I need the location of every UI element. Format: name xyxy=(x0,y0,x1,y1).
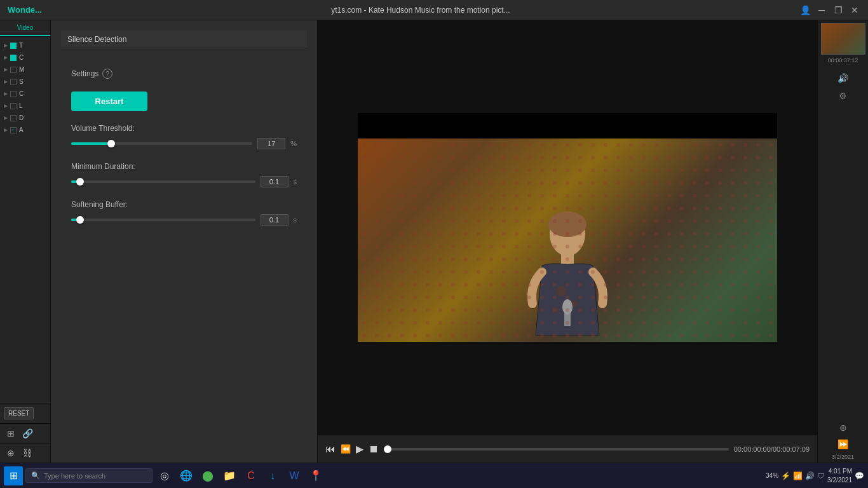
stop-button[interactable]: ⏹ xyxy=(369,444,379,455)
track-checkbox-T[interactable] xyxy=(10,43,17,49)
track-item-M[interactable]: ▶ M xyxy=(0,64,50,76)
track-checkbox-L[interactable] xyxy=(10,103,17,109)
video-frame xyxy=(358,113,777,342)
battery-percent: 34% xyxy=(766,472,778,479)
network-icon: ⚡ xyxy=(781,471,790,480)
bg-pattern xyxy=(358,139,777,342)
progress-thumb[interactable] xyxy=(384,445,391,453)
track-label-S: S xyxy=(19,78,24,85)
min-duration-value[interactable]: 0.1 xyxy=(261,176,288,187)
system-clock[interactable]: 4:01 PM 3/2/2021 xyxy=(827,467,852,485)
taskbar-app-cortana[interactable]: ◎ xyxy=(155,466,174,485)
track-item-C[interactable]: ▶ C xyxy=(0,51,50,64)
close-button[interactable]: ✕ xyxy=(849,4,860,16)
right-add-icon[interactable]: ⊕ xyxy=(834,421,852,435)
softening-buffer-label: Softening Buffer: xyxy=(71,200,297,209)
right-volume-icon[interactable]: 🔊 xyxy=(834,71,852,85)
window-controls: 👤 ─ ❐ ✕ xyxy=(799,4,860,16)
volume-slider-thumb[interactable] xyxy=(107,140,115,147)
track-item-S[interactable]: ▶ S xyxy=(0,76,50,88)
right-thumbnail xyxy=(821,23,865,55)
track-checkbox-D[interactable] xyxy=(10,115,17,121)
link-icon[interactable]: 🔗 xyxy=(20,426,34,440)
softening-buffer-group: Softening Buffer: 0.1 s xyxy=(71,200,297,226)
track-label-C: C xyxy=(19,54,24,61)
track-checkbox-C[interactable] xyxy=(10,55,17,61)
taskbar-app-edge[interactable]: 🌐 xyxy=(177,466,196,485)
main-layout: Video ▶ T ▶ C ▶ M ▶ S xyxy=(0,20,868,463)
softening-value[interactable]: 0.1 xyxy=(261,214,288,226)
track-item-D[interactable]: ▶ D xyxy=(0,112,50,124)
track-item-C2[interactable]: ▶ C xyxy=(0,88,50,100)
volume-slider-track[interactable] xyxy=(71,142,252,145)
track-expand-icon-m: ▶ xyxy=(4,67,8,72)
min-duration-unit: s xyxy=(294,178,297,186)
battery-indicator: 34% xyxy=(766,472,778,479)
title-bar-left: Wonde... xyxy=(8,5,42,15)
track-item-A[interactable]: ▶ ─ A xyxy=(0,124,50,136)
maximize-button[interactable]: ❐ xyxy=(832,4,844,16)
track-expand-icon-a: ▶ xyxy=(4,127,8,133)
volume-threshold-group: Volume Threshold: 17 % xyxy=(71,124,297,149)
track-expand-icon: ▶ xyxy=(4,43,8,48)
snap-icon[interactable]: ⊞ xyxy=(4,426,18,440)
video-area: ⏮ ⏪ ▶ ⏹ 00:00:00:00/00:00:07:09 xyxy=(318,20,817,463)
clock-time: 4:01 PM xyxy=(827,467,852,476)
taskbar-app-chrome[interactable]: ⬤ xyxy=(198,466,217,485)
taskbar-search-box[interactable]: 🔍 Type here to search xyxy=(25,468,153,483)
track-checkbox-C2[interactable] xyxy=(10,91,17,97)
clock-date: 3/2/2021 xyxy=(827,476,852,485)
track-list: ▶ T ▶ C ▶ M ▶ S ▶ C xyxy=(0,37,50,403)
start-button[interactable]: ⊞ xyxy=(4,466,23,485)
silence-panel: Silence Detection Settings ? Restart Vol… xyxy=(51,20,318,463)
volume-threshold-label: Volume Threshold: xyxy=(71,124,297,133)
track-checkbox-M[interactable] xyxy=(10,67,17,73)
search-icon: 🔍 xyxy=(31,471,40,480)
track-item-L[interactable]: ▶ L xyxy=(0,100,50,112)
window-title: yt1s.com - Kate Hudson Music from the mo… xyxy=(331,6,510,15)
min-duration-slider-thumb[interactable] xyxy=(76,178,84,186)
left-tabs: Video xyxy=(0,20,50,37)
min-duration-label: Minimum Duration: xyxy=(71,162,297,171)
right-forward-icon[interactable]: ⏩ xyxy=(834,437,852,451)
track-item-T[interactable]: ▶ T xyxy=(0,39,50,51)
track-expand-icon-l: ▶ xyxy=(4,103,8,109)
app-logo: Wonde... xyxy=(8,5,42,15)
notification-icon[interactable]: 💬 xyxy=(855,471,864,480)
right-date: 3/2/2021 xyxy=(832,454,854,460)
min-duration-slider-row: 0.1 s xyxy=(71,176,297,187)
right-time: 00:00:37:12 xyxy=(828,57,858,64)
volume-slider-fill xyxy=(71,142,111,145)
taskbar-app-download[interactable]: ↓ xyxy=(263,466,282,485)
track-label-A: A xyxy=(19,126,24,133)
taskbar-app-word[interactable]: W xyxy=(285,466,304,485)
taskbar-app-files[interactable]: 📁 xyxy=(220,466,239,485)
track-checkbox-A[interactable]: ─ xyxy=(10,127,17,133)
rewind-button[interactable]: ⏮ xyxy=(325,444,336,455)
play-button[interactable]: ▶ xyxy=(356,443,363,455)
track-label-M: M xyxy=(19,66,24,73)
settings-label: Settings xyxy=(71,69,98,78)
reset-button[interactable]: RESET xyxy=(4,407,34,419)
silence-panel-title-bar: Silence Detection xyxy=(61,30,307,48)
restart-button[interactable]: Restart xyxy=(71,92,147,111)
progress-bar[interactable] xyxy=(384,448,729,451)
security-icon: 🛡 xyxy=(817,471,825,480)
softening-slider-track[interactable] xyxy=(71,219,255,221)
add-media-icon[interactable]: ⊕ xyxy=(4,446,18,460)
tab-video[interactable]: Video xyxy=(0,20,50,36)
taskbar-app-maps[interactable]: 📍 xyxy=(306,466,325,485)
link2-icon[interactable]: ⛓ xyxy=(20,446,34,460)
svg-rect-9 xyxy=(358,139,777,342)
title-bar: Wonde... yt1s.com - Kate Hudson Music fr… xyxy=(0,0,868,20)
taskbar-app-chrome2[interactable]: C xyxy=(241,466,261,485)
right-settings-icon[interactable]: ⚙ xyxy=(834,89,852,103)
volume-value[interactable]: 17 xyxy=(257,138,285,149)
minimize-button[interactable]: ─ xyxy=(816,4,827,16)
help-icon[interactable]: ? xyxy=(102,69,112,79)
track-checkbox-S[interactable] xyxy=(10,79,17,85)
softening-slider-thumb[interactable] xyxy=(76,216,84,224)
step-back-button[interactable]: ⏪ xyxy=(341,444,351,454)
min-duration-slider-track[interactable] xyxy=(71,180,255,183)
profile-button[interactable]: 👤 xyxy=(799,4,811,16)
